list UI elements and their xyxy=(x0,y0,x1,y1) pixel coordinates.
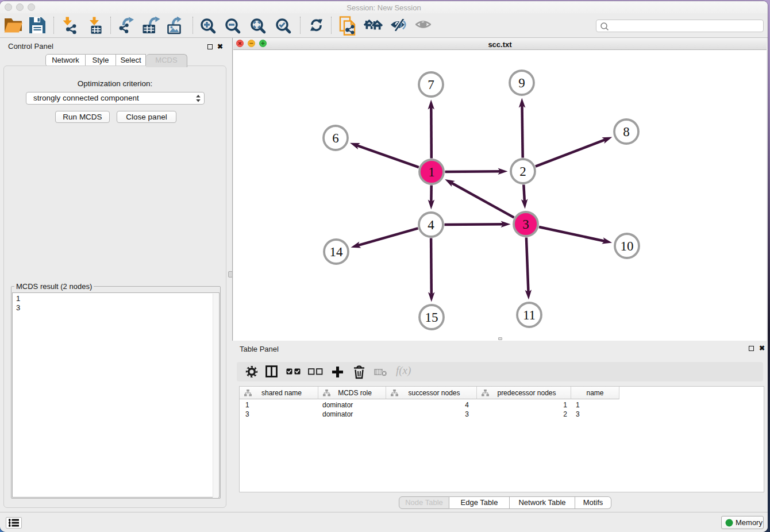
svg-text:8: 8 xyxy=(623,125,630,139)
svg-text:10: 10 xyxy=(621,239,634,253)
svg-text:15: 15 xyxy=(425,310,438,325)
svg-text:2: 2 xyxy=(519,164,526,179)
svg-text:6: 6 xyxy=(332,131,339,145)
svg-text:14: 14 xyxy=(330,245,344,259)
svg-text:9: 9 xyxy=(518,76,525,90)
svg-text:11: 11 xyxy=(523,308,536,322)
svg-text:1: 1 xyxy=(428,165,435,179)
svg-text:7: 7 xyxy=(428,78,434,92)
svg-text:3: 3 xyxy=(522,217,529,232)
svg-text:4: 4 xyxy=(428,218,434,232)
